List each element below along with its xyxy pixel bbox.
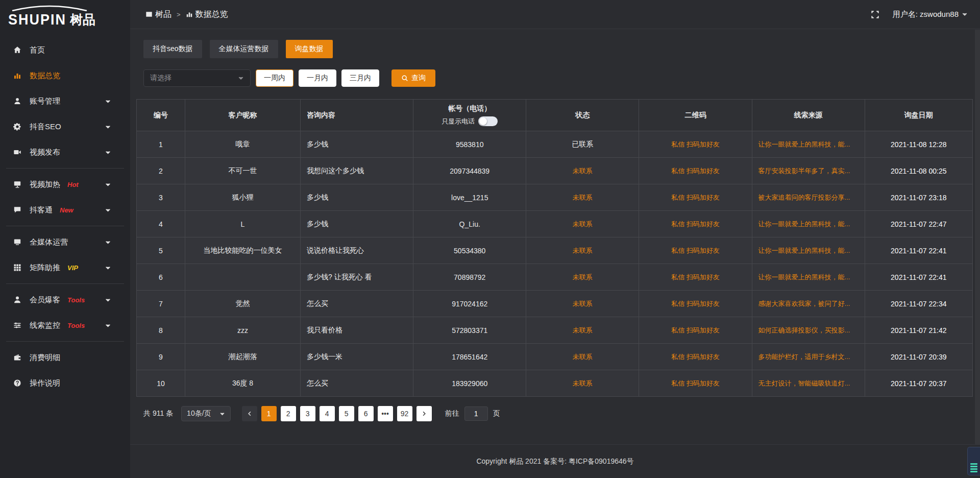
sidebar-item-matrix-boost[interactable]: 矩阵助推VIP — [0, 255, 130, 280]
source-link[interactable]: 让你一眼就爱上的黑科技，能... — [758, 220, 850, 228]
search-button[interactable]: 查询 — [391, 69, 435, 87]
sidebar-item-account-management[interactable]: 账号管理 — [0, 88, 130, 114]
sidebar: SHUPIN 树品 首页数据总览账号管理抖音SEO视频发布视频加热Hot抖客通N… — [0, 0, 130, 478]
qrcode-link[interactable]: 私信 扫码加好友 — [671, 247, 720, 254]
qrcode-link[interactable]: 私信 扫码加好友 — [671, 326, 720, 334]
sidebar-item-doukertong[interactable]: 抖客通New — [0, 197, 130, 223]
cell-account: 2097344839 — [413, 158, 526, 184]
cell-id: 8 — [137, 317, 185, 344]
cell-source: 感谢大家喜欢我家，被问了好... — [752, 291, 865, 317]
cell-source: 被大家追着问的客厅投影分享... — [752, 184, 865, 211]
sidebar-item-data-overview[interactable]: 数据总览 — [0, 63, 130, 88]
qrcode-link[interactable]: 私信 扫码加好友 — [671, 194, 720, 201]
phone-only-toggle[interactable] — [478, 116, 498, 126]
qrcode-link[interactable]: 私信 扫码加好友 — [671, 353, 720, 361]
table-row: 5当地比较能吃的一位美女说说价格让我死心50534380未联系私信 扫码加好友让… — [137, 237, 973, 264]
sidebar-item-video-heat[interactable]: 视频加热Hot — [0, 172, 130, 197]
sidebar-divider — [6, 341, 124, 342]
page-button-2[interactable]: 2 — [281, 406, 296, 421]
cell-status: 未联系 — [526, 344, 639, 370]
source-link[interactable]: 让你一眼就爱上的黑科技，能... — [758, 140, 850, 148]
cell-qrcode: 私信 扫码加好友 — [639, 344, 752, 370]
sidebar-item-lead-monitor[interactable]: 线索监控Tools — [0, 313, 130, 338]
cell-id: 6 — [137, 264, 185, 291]
table-row: 6多少钱? 让我死心 看70898792未联系私信 扫码加好友让你一眼就爱上的黑… — [137, 264, 973, 291]
next-page-button[interactable] — [416, 406, 432, 421]
status-badge: 未联系 — [573, 220, 593, 228]
floating-widget[interactable] — [967, 447, 980, 475]
data-tabs: 抖音seo数据全媒体运营数据询盘数据 — [143, 40, 973, 58]
page-size-select[interactable]: 10条/页 — [181, 406, 230, 421]
sidebar-divider — [6, 168, 124, 169]
sidebar-divider — [6, 226, 124, 226]
logo-arc — [8, 5, 130, 11]
sidebar-item-label: 抖客通 — [30, 205, 53, 215]
qrcode-link[interactable]: 私信 扫码加好友 — [671, 300, 720, 307]
sidebar-item-media-operation[interactable]: 全媒体运营 — [0, 229, 130, 255]
source-link[interactable]: 客厅安装投影半年多了，真实... — [758, 167, 850, 175]
scrollbar-track[interactable] — [975, 30, 980, 444]
page-button-92[interactable]: 92 — [397, 406, 412, 421]
source-link[interactable]: 如何正确选择投影仪，买投影... — [758, 326, 850, 334]
phone-toggle-row: 只显示电话 — [420, 116, 520, 126]
range-button-one-month[interactable]: 一月内 — [299, 69, 336, 87]
source-link[interactable]: 让你一眼就爱上的黑科技，能... — [758, 247, 850, 254]
range-button-one-week[interactable]: 一周内 — [256, 69, 293, 87]
cell-content: 多少钱? 让我死心 看 — [301, 264, 413, 291]
breadcrumb: 树品 > 数据总览 — [145, 9, 228, 20]
sidebar-item-operation-guide[interactable]: 操作说明 — [0, 370, 130, 396]
sidebar-item-label: 全媒体运营 — [30, 237, 68, 247]
qrcode-link[interactable]: 私信 扫码加好友 — [671, 379, 720, 387]
tab-media-operation-data[interactable]: 全媒体运营数据 — [210, 40, 278, 58]
column-header-0: 编号 — [137, 100, 185, 131]
breadcrumb-item-current[interactable]: 数据总览 — [186, 9, 228, 20]
source-link[interactable]: 让你一眼就爱上的黑科技，能... — [758, 273, 850, 281]
account-select[interactable]: 请选择 — [143, 69, 251, 87]
sidebar-menu: 首页数据总览账号管理抖音SEO视频发布视频加热Hot抖客通New全媒体运营矩阵助… — [0, 37, 130, 396]
prev-page-button[interactable] — [242, 406, 257, 421]
tab-douyin-seo-data[interactable]: 抖音seo数据 — [143, 40, 202, 58]
goto-page-input[interactable] — [464, 407, 488, 421]
cell-qrcode: 私信 扫码加好友 — [639, 291, 752, 317]
qrcode-link[interactable]: 私信 扫码加好友 — [671, 273, 720, 281]
sidebar-item-home[interactable]: 首页 — [0, 37, 130, 63]
sidebar-item-douyin-seo[interactable]: 抖音SEO — [0, 114, 130, 139]
qrcode-link[interactable]: 私信 扫码加好友 — [671, 220, 720, 228]
tab-inquiry-data[interactable]: 询盘数据 — [286, 40, 333, 58]
cell-qrcode: 私信 扫码加好友 — [639, 370, 752, 397]
user-menu[interactable]: 用户名: zswodun88 — [893, 10, 968, 19]
page-button-4[interactable]: 4 — [320, 406, 335, 421]
source-link[interactable]: 感谢大家喜欢我家，被问了好... — [758, 300, 850, 307]
cell-account: 917024162 — [413, 291, 526, 317]
page-button-6[interactable]: 6 — [358, 406, 374, 421]
sidebar-item-video-publish[interactable]: 视频发布 — [0, 139, 130, 165]
chevron-down-icon — [105, 124, 113, 130]
range-button-three-months[interactable]: 三月内 — [341, 69, 379, 87]
fullscreen-icon[interactable] — [871, 10, 879, 19]
search-button-label: 查询 — [411, 74, 426, 83]
page-button-5[interactable]: 5 — [339, 406, 354, 421]
chevron-down-icon — [105, 239, 113, 246]
widget-bar — [970, 466, 977, 467]
qrcode-link[interactable]: 私信 扫码加好友 — [671, 167, 720, 175]
page-button-3[interactable]: 3 — [300, 406, 315, 421]
page-button-1[interactable]: 1 — [261, 406, 277, 421]
sidebar-item-label: 首页 — [30, 45, 45, 55]
sidebar-item-consumption-detail[interactable]: 消费明细 — [0, 345, 130, 370]
sidebar-item-label: 操作说明 — [30, 378, 60, 388]
sidebar-item-member-customers[interactable]: 会员爆客Tools — [0, 287, 130, 313]
column-header-1: 客户昵称 — [185, 100, 301, 131]
qrcode-link[interactable]: 私信 扫码加好友 — [671, 140, 720, 148]
sidebar-item-label: 会员爆客 — [30, 295, 60, 305]
chevron-down-icon — [238, 75, 244, 81]
page-ellipsis-button[interactable]: ••• — [378, 406, 393, 421]
sidebar-item-label: 视频加热 — [30, 180, 60, 189]
pagination: 共 911 条 10条/页 123456•••92 前往 页 — [143, 406, 973, 421]
breadcrumb-item-home[interactable]: 树品 — [145, 9, 172, 20]
cell-date: 2021-11-07 22:41 — [865, 264, 972, 291]
sidebar-item-label: 线索监控 — [30, 321, 60, 330]
source-link[interactable]: 无主灯设计，智能磁吸轨道灯... — [758, 379, 850, 387]
source-link[interactable]: 多功能护栏灯，适用于乡村文... — [758, 353, 850, 361]
source-link[interactable]: 被大家追着问的客厅投影分享... — [758, 194, 850, 201]
chevron-left-icon — [247, 411, 253, 417]
